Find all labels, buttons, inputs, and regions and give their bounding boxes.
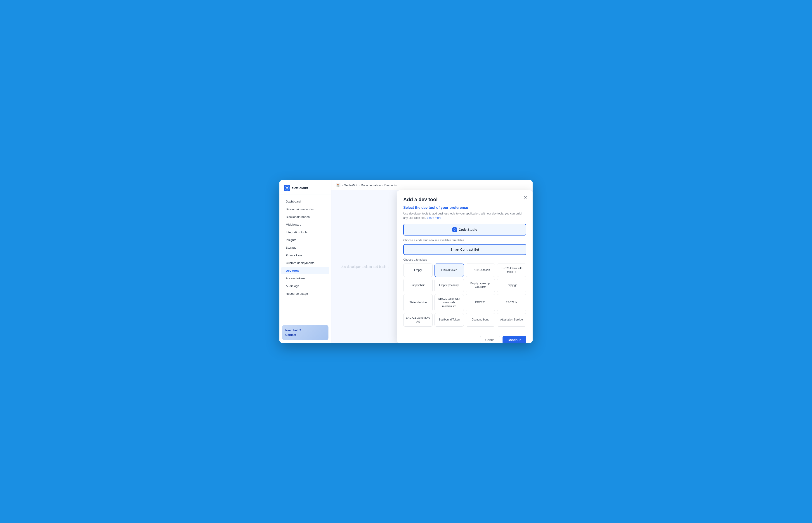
template-card-12[interactable]: ERC721 Generative Art: [403, 313, 433, 327]
logo-text: SettleMint: [292, 186, 308, 190]
smart-contract-set-button[interactable]: Smart Contract Set: [403, 244, 526, 255]
sidebar-item-blockchain-networks[interactable]: Blockchain networks: [281, 205, 329, 213]
code-studio-icon: ⬡: [452, 228, 457, 232]
template-card-11[interactable]: ERC721a: [497, 294, 526, 311]
modal-title: Add a dev tool: [403, 197, 526, 202]
topbar: 🏠 › SettleMint › Documentation › Dev too…: [331, 180, 533, 190]
breadcrumb-documentation[interactable]: Documentation: [361, 183, 381, 187]
sidebar-logo: SettleMint: [279, 180, 331, 195]
template-card-10[interactable]: ERC721: [466, 294, 495, 311]
sidebar-help-text: Need help?Contact: [285, 328, 325, 337]
sidebar-item-private-keys[interactable]: Private keys: [281, 252, 329, 259]
template-card-4[interactable]: Supplychain: [403, 279, 433, 292]
sidebar-item-audit-logs[interactable]: Audit logs: [281, 282, 329, 290]
choose-code-studio-label: Choose a code studio to see available te…: [403, 239, 526, 242]
sidebar-item-middleware[interactable]: Middleware: [281, 221, 329, 228]
breadcrumb-current: Dev tools: [384, 183, 397, 187]
code-studio-button[interactable]: ⬡ Code Studio: [403, 224, 526, 235]
app-container: SettleMint DashboardBlockchain networksB…: [279, 180, 533, 343]
continue-button[interactable]: Continue: [503, 336, 526, 343]
template-card-13[interactable]: Soulbound Token: [434, 313, 464, 327]
sidebar-item-resource-usage[interactable]: Resource usage: [281, 290, 329, 297]
sidebar-item-custom-deployments[interactable]: Custom deployments: [281, 259, 329, 267]
breadcrumb-sep-1: ›: [342, 183, 343, 187]
modal-overlay: ✕ Add a dev tool Select the dev tool of …: [331, 190, 533, 343]
sidebar-item-blockchain-nodes[interactable]: Blockchain nodes: [281, 213, 329, 221]
modal-subtitle: Select the dev tool of your preference: [403, 206, 526, 210]
template-grid: EmptyERC20 tokenERC1155 tokenERC20 token…: [403, 264, 526, 327]
svg-rect-3: [286, 187, 288, 188]
modal-close-button[interactable]: ✕: [522, 194, 528, 201]
cancel-button[interactable]: Cancel: [480, 336, 501, 343]
sidebar-item-insights[interactable]: Insights: [281, 236, 329, 244]
sidebar-help[interactable]: Need help?Contact: [282, 325, 328, 340]
breadcrumb-settlemint[interactable]: SettleMint: [344, 183, 357, 187]
sidebar-item-access-tokens[interactable]: Access tokens: [281, 275, 329, 282]
template-card-1[interactable]: ERC20 token: [434, 264, 464, 277]
modal-description: Use developer tools to add business logi…: [403, 212, 526, 220]
template-card-14[interactable]: Diamond bond: [466, 313, 495, 327]
breadcrumb-sep-3: ›: [382, 183, 383, 187]
modal-footer: Cancel Continue: [403, 332, 526, 343]
template-card-2[interactable]: ERC1155 token: [466, 264, 495, 277]
template-card-15[interactable]: Attestation Service: [497, 313, 526, 327]
sidebar-item-storage[interactable]: Storage: [281, 244, 329, 251]
sidebar-item-dashboard[interactable]: Dashboard: [281, 198, 329, 205]
add-dev-tool-modal: ✕ Add a dev tool Select the dev tool of …: [397, 190, 533, 343]
logo-icon: [284, 185, 290, 191]
home-icon[interactable]: 🏠: [336, 183, 340, 187]
template-card-9[interactable]: ERC20 token with crowdsale mechanism: [434, 294, 464, 311]
template-card-0[interactable]: Empty: [403, 264, 433, 277]
template-card-8[interactable]: State Machine: [403, 294, 433, 311]
template-card-5[interactable]: Empty typescript: [434, 279, 464, 292]
page-area: Use developer tools to add busin... ✕ Ad…: [331, 190, 533, 343]
breadcrumb-sep-2: ›: [359, 183, 359, 187]
sidebar: SettleMint DashboardBlockchain networksB…: [279, 180, 331, 343]
sidebar-nav: DashboardBlockchain networksBlockchain n…: [279, 195, 331, 322]
sidebar-item-dev-tools[interactable]: Dev tools: [281, 267, 329, 274]
choose-template-label: Choose a template: [403, 258, 526, 261]
main-content: 🏠 › SettleMint › Documentation › Dev too…: [331, 180, 533, 343]
sidebar-item-integration-tools[interactable]: Integration tools: [281, 229, 329, 236]
learn-more-link[interactable]: Learn more: [427, 216, 441, 219]
code-studio-label: Code Studio: [459, 228, 477, 231]
smart-contract-set-label: Smart Contract Set: [451, 248, 479, 251]
template-card-6[interactable]: Empty typescript with PDC: [466, 279, 495, 292]
template-card-7[interactable]: Empty go: [497, 279, 526, 292]
template-card-3[interactable]: ERC20 token with MetaTx: [497, 264, 526, 277]
